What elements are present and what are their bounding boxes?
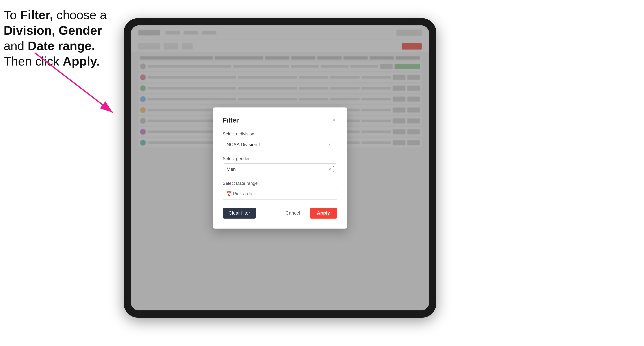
modal-overlay: Filter × Select a division NCAA Division…: [131, 25, 429, 310]
division-label: Select a division: [223, 131, 337, 137]
cancel-button[interactable]: Cancel: [280, 208, 306, 219]
division-clear-icon[interactable]: ×: [328, 143, 331, 147]
modal-footer: Clear filter Cancel Apply: [223, 208, 337, 219]
date-form-group: Select Date range 📅: [223, 181, 337, 200]
division-select[interactable]: NCAA Division I NCAA Division II NCAA Di…: [223, 139, 337, 150]
filter-modal: Filter × Select a division NCAA Division…: [213, 107, 347, 229]
division-select-icons: × ⌃⌄: [328, 141, 335, 148]
gender-select-icons: × ⌃⌄: [328, 166, 335, 173]
tablet-screen: Filter × Select a division NCAA Division…: [131, 25, 429, 310]
gender-form-group: Select gender Men Women × ⌃⌄: [223, 156, 337, 175]
instruction-bold-date: Date range.: [28, 39, 95, 53]
gender-clear-icon[interactable]: ×: [328, 167, 331, 171]
date-label: Select Date range: [223, 181, 337, 186]
modal-footer-right: Cancel Apply: [280, 208, 337, 219]
instruction-bold-division-gender: Division, Gender: [4, 23, 102, 37]
modal-close-button[interactable]: ×: [331, 117, 337, 124]
modal-header: Filter ×: [223, 117, 337, 124]
gender-chevron-icon: ⌃⌄: [332, 166, 335, 173]
instruction-bold-apply: Apply.: [63, 54, 100, 68]
gender-select-wrapper: Men Women × ⌃⌄: [223, 163, 337, 175]
division-form-group: Select a division NCAA Division I NCAA D…: [223, 131, 337, 150]
date-input[interactable]: [223, 188, 337, 200]
apply-button[interactable]: Apply: [310, 208, 337, 219]
clear-filter-button[interactable]: Clear filter: [223, 208, 256, 219]
tablet: Filter × Select a division NCAA Division…: [124, 18, 436, 318]
modal-title: Filter: [223, 117, 239, 124]
instruction-text: To Filter, choose a Division, Gender and…: [4, 7, 109, 69]
instruction-bold-filter: Filter,: [20, 8, 53, 22]
date-input-wrapper: 📅: [223, 188, 337, 200]
division-select-wrapper: NCAA Division I NCAA Division II NCAA Di…: [223, 139, 337, 150]
division-chevron-icon: ⌃⌄: [332, 141, 335, 148]
gender-label: Select gender: [223, 156, 337, 161]
gender-select[interactable]: Men Women: [223, 163, 337, 175]
